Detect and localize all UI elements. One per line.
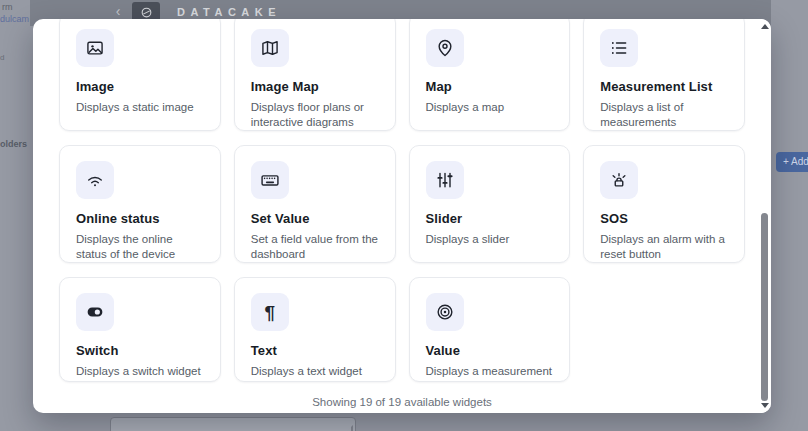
widget-grid: Image Displays a static image Image Map … [59, 19, 745, 382]
back-chevron-icon[interactable]: ‹ [110, 2, 126, 20]
scrollbar-thumb[interactable] [761, 213, 768, 401]
widget-title: SOS [600, 211, 728, 226]
widget-description: Displays a switch widget [76, 364, 204, 379]
online-status-icon [76, 161, 114, 199]
widget-card-value[interactable]: Value Displays a measurement [409, 277, 571, 382]
map-pin-icon [426, 29, 464, 67]
widget-description: Displays floor plans or interactive diag… [251, 100, 379, 129]
widget-description: Displays a text widget [251, 364, 379, 379]
sidebar-folders-fragment[interactable]: olders [0, 139, 27, 149]
widget-title: Image [76, 79, 204, 94]
background-textarea[interactable] [110, 417, 356, 431]
slider-icon [426, 161, 464, 199]
widget-description: Displays a list of measurements [600, 100, 728, 129]
widget-description: Displays the online status of the device [76, 232, 204, 261]
widget-title: Image Map [251, 79, 379, 94]
widget-card-image-map[interactable]: Image Map Displays floor plans or intera… [234, 19, 396, 131]
resize-handle-icon[interactable] [344, 425, 353, 431]
widget-picker-modal: Image Displays a static image Image Map … [33, 19, 771, 413]
widget-description: Displays a measurement [426, 364, 554, 379]
image-map-icon [251, 29, 289, 67]
image-icon [76, 29, 114, 67]
widget-card-sos[interactable]: SOS Displays an alarm with a reset butto… [583, 145, 745, 263]
switch-icon [76, 293, 114, 331]
widget-title: Set Value [251, 211, 379, 226]
widget-card-text[interactable]: ¶ Text Displays a text widget [234, 277, 396, 382]
widgets-count-text: Showing 19 of 19 available widgets [33, 396, 771, 408]
sidebar-link-fragment[interactable]: dulcam [0, 14, 29, 24]
widget-card-set-value[interactable]: Set Value Set a field value from the das… [234, 145, 396, 263]
brand-wordmark: DATACAKE [177, 6, 281, 18]
widget-card-measurement-list[interactable]: Measurement List Displays a list of meas… [583, 19, 745, 131]
widget-description: Displays a static image [76, 100, 204, 115]
widget-card-online-status[interactable]: Online status Displays the online status… [59, 145, 221, 263]
widget-description: Displays a slider [426, 232, 554, 247]
widget-description: Set a field value from the dashboard [251, 232, 379, 261]
widget-card-map[interactable]: Map Displays a map [409, 19, 571, 131]
scroll-up-arrow-icon[interactable] [761, 24, 769, 29]
sidebar-text-fragment: rm [2, 2, 13, 12]
widget-card-image[interactable]: Image Displays a static image [59, 19, 221, 131]
widget-description: Displays a map [426, 100, 554, 115]
set-value-icon [251, 161, 289, 199]
value-icon [426, 293, 464, 331]
widget-card-switch[interactable]: Switch Displays a switch widget [59, 277, 221, 382]
widget-card-slider[interactable]: Slider Displays a slider [409, 145, 571, 263]
sos-icon [600, 161, 638, 199]
widget-title: Text [251, 343, 379, 358]
scroll-down-arrow-icon[interactable] [761, 403, 769, 408]
add-button[interactable]: + Add [776, 152, 808, 172]
widget-title: Switch [76, 343, 204, 358]
widget-title: Online status [76, 211, 204, 226]
measurement-list-icon [600, 29, 638, 67]
widget-title: Value [426, 343, 554, 358]
widget-title: Map [426, 79, 554, 94]
sidebar-text-fragment: d [0, 53, 4, 62]
widget-description: Displays an alarm with a reset button [600, 232, 728, 261]
widget-title: Slider [426, 211, 554, 226]
widget-title: Measurement List [600, 79, 728, 94]
text-icon: ¶ [251, 293, 289, 331]
screen: { "background": { "header": { "brand": "… [0, 0, 808, 431]
modal-scrollbar[interactable] [759, 19, 771, 413]
